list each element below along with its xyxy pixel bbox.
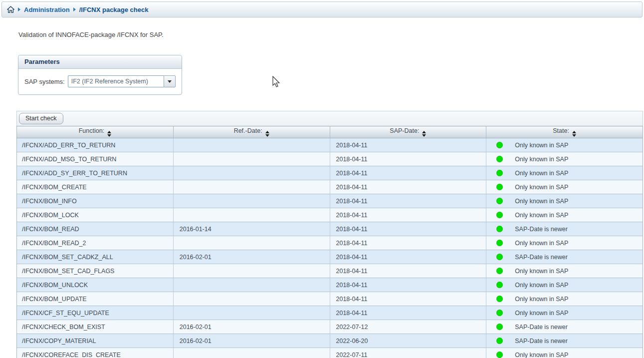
status-dot: [496, 226, 503, 232]
state-label: Only known in SAP: [515, 142, 568, 149]
ref-date-cell: [173, 194, 330, 208]
ref-date-cell: [173, 152, 330, 166]
state-cell: Only known in SAP: [486, 138, 643, 152]
function-cell: /IFCNX/COREFACE_DIS_CREATE: [17, 348, 174, 358]
ref-date-cell: 2016-02-01: [173, 320, 330, 334]
sap-date-cell: 2022-07-11: [330, 348, 486, 358]
status-dot: [496, 212, 503, 218]
sap-date-cell: 2022-07-12: [330, 320, 486, 334]
state-label: Only known in SAP: [515, 184, 568, 191]
table-row: /IFCNX/ADD_SY_ERR_TO_RETURN2018-04-11Onl…: [17, 166, 643, 180]
state-label: SAP-Date is newer: [515, 338, 568, 345]
status-dot: [496, 338, 503, 344]
status-dot: [496, 142, 503, 148]
state-cell: SAP-Date is newer: [486, 320, 643, 334]
state-cell: Only known in SAP: [486, 152, 643, 166]
table-row: /IFCNX/BOM_SET_CADKZ_ALL2016-02-012018-0…: [17, 250, 643, 264]
ref-date-cell: 2016-02-01: [173, 250, 330, 264]
package-check-table: Function: Ref.-Date: SAP-Date: State: /I…: [16, 126, 643, 358]
status-dot: [496, 282, 503, 288]
state-label: SAP-Date is newer: [515, 226, 568, 233]
state-label: Only known in SAP: [515, 282, 568, 289]
state-cell: SAP-Date is newer: [486, 222, 643, 236]
home-icon[interactable]: [7, 6, 14, 13]
breadcrumb-current-page: /IFCNX package check: [79, 6, 149, 13]
sap-date-cell: 2018-04-11: [330, 306, 486, 320]
state-cell: Only known in SAP: [486, 264, 643, 278]
breadcrumb-arrow-icon: [73, 7, 76, 11]
status-dot: [496, 254, 503, 260]
state-label: Only known in SAP: [515, 240, 568, 247]
function-cell: /IFCNX/COPY_MATERIAL: [17, 334, 174, 348]
state-cell: SAP-Date is newer: [486, 250, 643, 264]
function-cell: /IFCNX/CHECK_BOM_EXIST: [17, 320, 174, 334]
status-dot: [496, 198, 503, 204]
sap-date-cell: 2018-04-11: [330, 236, 486, 250]
column-header-function[interactable]: Function:: [17, 126, 174, 138]
ref-date-cell: [173, 348, 330, 358]
ref-date-cell: [173, 208, 330, 222]
check-result-section: Start check Function: Ref.-Date: SAP-Dat…: [16, 111, 643, 358]
table-row: /IFCNX/ADD_MSG_TO_RETURN2018-04-11Only k…: [17, 152, 643, 166]
table-row: /IFCNX/CHECK_BOM_EXIST2016-02-012022-07-…: [17, 320, 643, 334]
state-label: Only known in SAP: [515, 296, 568, 303]
state-cell: Only known in SAP: [486, 306, 643, 320]
state-cell: Only known in SAP: [486, 292, 643, 306]
state-label: Only known in SAP: [515, 170, 568, 177]
parameters-panel-title: Parameters: [18, 55, 182, 69]
column-header-ref-date[interactable]: Ref.-Date:: [173, 126, 330, 138]
sap-systems-label: SAP systems:: [24, 78, 65, 85]
sap-date-cell: 2018-04-11: [330, 166, 486, 180]
sap-date-cell: 2018-04-11: [330, 180, 486, 194]
status-dot: [496, 268, 503, 274]
ref-date-cell: 2016-02-01: [173, 334, 330, 348]
table-row: /IFCNX/BOM_CREATE2018-04-11Only known in…: [17, 180, 643, 194]
state-cell: Only known in SAP: [486, 194, 643, 208]
function-cell: /IFCNX/ADD_MSG_TO_RETURN: [17, 152, 174, 166]
function-cell: /IFCNX/BOM_LOCK: [17, 208, 174, 222]
ref-date-cell: [173, 306, 330, 320]
state-cell: Only known in SAP: [486, 278, 643, 292]
ref-date-cell: [173, 166, 330, 180]
breadcrumb-administration-link[interactable]: Administration: [24, 6, 70, 13]
sap-date-cell: 2018-04-11: [330, 264, 486, 278]
table-row: /IFCNX/BOM_UNLOCK2018-04-11Only known in…: [17, 278, 643, 292]
state-label: SAP-Date is newer: [515, 254, 568, 261]
table-row: /IFCNX/COPY_MATERIAL2016-02-012022-06-20…: [17, 334, 643, 348]
column-header-sap-date[interactable]: SAP-Date:: [330, 126, 486, 138]
status-dot: [496, 296, 503, 302]
breadcrumb: Administration /IFCNX package check: [1, 1, 643, 17]
function-cell: /IFCNX/BOM_INFO: [17, 194, 174, 208]
function-cell: /IFCNX/BOM_UNLOCK: [17, 278, 174, 292]
table-row: /IFCNX/BOM_INFO2018-04-11Only known in S…: [17, 194, 643, 208]
sap-date-cell: 2018-04-11: [330, 222, 486, 236]
sap-systems-value-field[interactable]: [68, 75, 164, 87]
ref-date-cell: [173, 264, 330, 278]
ref-date-cell: [173, 278, 330, 292]
status-dot: [496, 170, 503, 176]
ref-date-cell: [173, 236, 330, 250]
ref-date-cell: [173, 180, 330, 194]
sort-icon: [107, 131, 111, 137]
column-header-state[interactable]: State:: [486, 126, 643, 138]
function-cell: /IFCNX/BOM_UPDATE: [17, 292, 174, 306]
table-row: /IFCNX/CF_ST_EQU_UPDATE2018-04-11Only kn…: [17, 306, 643, 320]
state-label: Only known in SAP: [515, 352, 568, 358]
sap-date-cell: 2018-04-11: [330, 152, 486, 166]
state-cell: Only known in SAP: [486, 348, 643, 358]
chevron-down-icon[interactable]: [164, 75, 176, 87]
state-label: Only known in SAP: [515, 212, 568, 219]
sort-icon: [422, 131, 426, 137]
sap-date-cell: 2018-04-11: [330, 194, 486, 208]
table-row: /IFCNX/BOM_LOCK2018-04-11Only known in S…: [17, 208, 643, 222]
state-label: Only known in SAP: [515, 310, 568, 317]
table-row: /IFCNX/BOM_UPDATE2018-04-11Only known in…: [17, 292, 643, 306]
state-cell: Only known in SAP: [486, 208, 643, 222]
sap-date-cell: 2018-04-11: [330, 250, 486, 264]
sap-systems-dropdown[interactable]: [68, 75, 176, 87]
function-cell: /IFCNX/BOM_READ: [17, 222, 174, 236]
state-cell: Only known in SAP: [486, 236, 643, 250]
start-check-button[interactable]: Start check: [19, 113, 63, 124]
status-dot: [496, 310, 503, 316]
mouse-cursor: [272, 76, 281, 89]
